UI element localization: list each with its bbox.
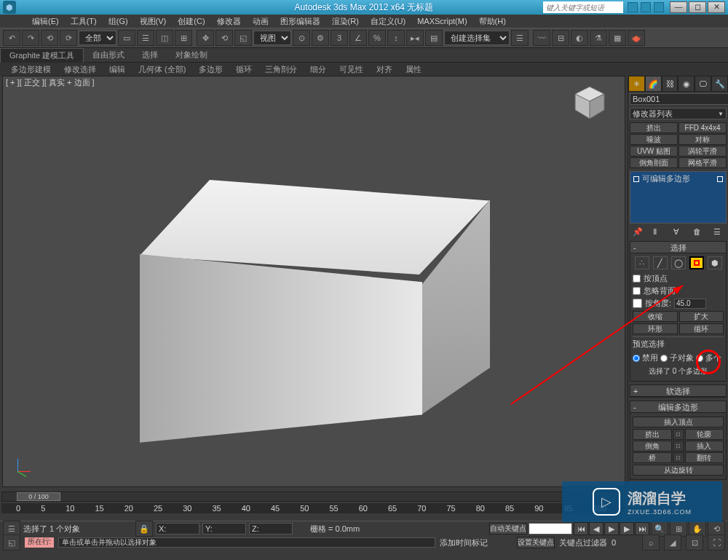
- menu-modifiers[interactable]: 修改器: [211, 16, 247, 27]
- ref-coord-system[interactable]: 视图: [253, 31, 291, 45]
- gs-polygons[interactable]: 多边形: [194, 63, 228, 76]
- goto-start-button[interactable]: ⏮: [574, 522, 588, 535]
- align-button[interactable]: ▤: [425, 30, 443, 46]
- scale-button[interactable]: ◱: [234, 30, 252, 46]
- material-editor-button[interactable]: ◐: [571, 30, 588, 46]
- star-icon[interactable]: [641, 2, 651, 12]
- mod-btn-symmetry[interactable]: 对称: [678, 134, 727, 145]
- gs-loops[interactable]: 循环: [231, 63, 257, 76]
- viewport-label[interactable]: [ + ][ 正交 ][ 真实 + 边面 ]: [6, 77, 95, 88]
- subobj-element[interactable]: ⬢: [708, 256, 722, 269]
- subobj-polygon[interactable]: [689, 256, 704, 269]
- nav-minmax-icon[interactable]: ⛶: [708, 535, 725, 551]
- bridge-settings[interactable]: □: [673, 452, 684, 463]
- angle-spinner[interactable]: 45.0: [674, 299, 706, 309]
- time-ruler[interactable]: 0510152025303540455055606570758085909510…: [1, 503, 625, 513]
- menu-help[interactable]: 帮助(H): [473, 16, 512, 27]
- selection-filter[interactable]: 全部: [79, 31, 116, 45]
- spinner-snap-button[interactable]: ↕: [387, 30, 405, 46]
- subobj-vertex[interactable]: ∴: [635, 256, 649, 269]
- snap-button[interactable]: 3: [331, 30, 348, 46]
- menu-tools[interactable]: 工具(T): [65, 16, 103, 27]
- minimize-button[interactable]: —: [670, 1, 687, 13]
- angle-snap-button[interactable]: ∠: [349, 30, 367, 46]
- nav-fov-icon[interactable]: ◢: [664, 535, 681, 551]
- menu-customize[interactable]: 自定义(U): [365, 16, 411, 27]
- rollout-editpolygons-header[interactable]: -编辑多边形: [630, 401, 726, 413]
- hinge-button[interactable]: 从边旋转: [633, 465, 724, 476]
- redo-button[interactable]: ↷: [22, 30, 39, 46]
- next-frame-button[interactable]: ▶: [620, 522, 634, 535]
- viewport[interactable]: [ + ][ 正交 ][ 真实 + 边面 ]: [2, 76, 625, 487]
- add-time-tag[interactable]: 添加时间标记: [440, 537, 513, 548]
- by-vertex-checkbox[interactable]: [633, 275, 641, 283]
- mirror-button[interactable]: ▸◂: [406, 30, 424, 46]
- modify-tab-icon[interactable]: 🌈: [645, 76, 662, 92]
- nav-zoomext-icon[interactable]: ⌕: [642, 535, 660, 551]
- bridge-button[interactable]: 桥: [633, 452, 672, 463]
- scene-box[interactable]: [127, 135, 505, 441]
- window-crossing-button[interactable]: ⊞: [175, 30, 192, 46]
- time-slider-thumb[interactable]: 0 / 100: [17, 492, 60, 501]
- prev-frame-button[interactable]: ◀: [589, 522, 604, 535]
- shrink-button[interactable]: 收缩: [633, 311, 678, 322]
- restore-button[interactable]: ◻: [689, 1, 706, 13]
- menu-rendering[interactable]: 渲染(R): [326, 16, 365, 27]
- bevel-button[interactable]: 倒角: [633, 441, 672, 451]
- motion-tab-icon[interactable]: ◉: [678, 76, 695, 92]
- pin-stack-icon[interactable]: 📌: [633, 227, 643, 237]
- bevel-settings[interactable]: □: [673, 441, 684, 451]
- undo-button[interactable]: ↶: [3, 30, 20, 46]
- mod-btn-turbosmooth[interactable]: 涡轮平滑: [678, 146, 727, 157]
- menu-animation[interactable]: 动画: [247, 16, 274, 27]
- stack-entry-editablepoly[interactable]: 可编辑多边形: [630, 172, 726, 186]
- isolate-icon[interactable]: ◱: [3, 535, 20, 551]
- select-name-button[interactable]: ☰: [137, 30, 154, 46]
- gs-subdiv[interactable]: 细分: [305, 63, 331, 76]
- key-selset-field[interactable]: [529, 523, 572, 535]
- menu-edit[interactable]: 编辑(E): [26, 16, 65, 27]
- manip-button[interactable]: ⚙: [312, 30, 329, 46]
- configure-icon[interactable]: ☰: [713, 227, 724, 237]
- stack-toggle-icon[interactable]: [717, 176, 723, 182]
- modifier-stack[interactable]: 可编辑多边形: [630, 171, 727, 224]
- gs-align[interactable]: 对齐: [371, 63, 397, 76]
- ring-button[interactable]: 环形: [633, 323, 678, 334]
- preview-off-radio[interactable]: [633, 355, 640, 362]
- coord-z[interactable]: Z:: [249, 523, 293, 535]
- select-button[interactable]: ▭: [118, 30, 135, 46]
- layers-button[interactable]: ☰: [511, 30, 529, 46]
- time-slider-track[interactable]: 0 / 100: [1, 492, 625, 502]
- rollout-selection-header[interactable]: -选择: [630, 242, 726, 253]
- by-angle-checkbox[interactable]: [633, 299, 642, 308]
- move-button[interactable]: ✥: [197, 30, 214, 46]
- menu-create[interactable]: 创建(C): [172, 16, 210, 27]
- graphite-tab-objectpaint[interactable]: 对象绘制: [167, 48, 216, 62]
- current-frame-field[interactable]: 0: [612, 538, 638, 547]
- rotate-button[interactable]: ⟲: [215, 30, 233, 46]
- menu-maxscript[interactable]: MAXScript(M): [411, 17, 472, 25]
- grow-button[interactable]: 扩大: [679, 311, 724, 322]
- subobj-border[interactable]: ◯: [671, 256, 686, 269]
- mod-btn-bevelprofile[interactable]: 倒角剖面: [630, 157, 678, 168]
- ignore-backfacing-checkbox[interactable]: [633, 287, 641, 295]
- display-tab-icon[interactable]: 🖵: [695, 76, 711, 92]
- create-tab-icon[interactable]: ✳: [628, 76, 645, 92]
- unique-icon[interactable]: ∀: [673, 227, 684, 237]
- gs-props[interactable]: 属性: [400, 63, 427, 76]
- render-setup-button[interactable]: ⚗: [590, 30, 607, 46]
- nav-maxview-icon[interactable]: ⊡: [686, 535, 703, 551]
- curve-editor-button[interactable]: 〰: [533, 30, 550, 46]
- coord-y[interactable]: Y:: [202, 523, 246, 535]
- viewcube[interactable]: [568, 81, 612, 125]
- help-icon[interactable]: [654, 2, 664, 12]
- outline-button[interactable]: 轮廓: [685, 429, 724, 440]
- lock-selection-icon[interactable]: 🔒: [135, 521, 153, 537]
- preview-multi-radio[interactable]: [696, 355, 703, 362]
- gs-polymodel[interactable]: 多边形建模: [6, 63, 56, 76]
- close-button[interactable]: ✕: [708, 1, 725, 13]
- loop-button[interactable]: 循环: [679, 323, 724, 334]
- goto-end-button[interactable]: ⏭: [635, 522, 649, 535]
- mod-btn-meshsmooth[interactable]: 网格平滑: [678, 157, 727, 168]
- rollout-softselection-header[interactable]: +软选择: [630, 385, 726, 397]
